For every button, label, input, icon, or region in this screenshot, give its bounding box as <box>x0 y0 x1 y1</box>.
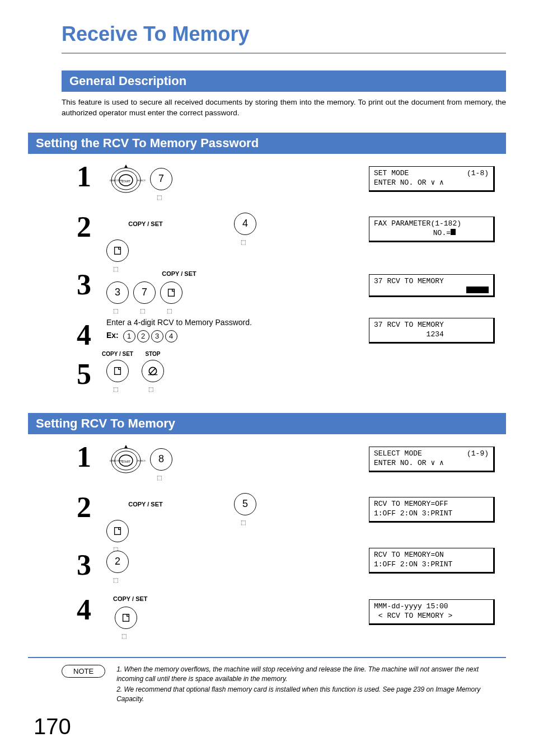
svg-rect-18 <box>115 527 121 534</box>
step-number: 1 <box>62 443 106 472</box>
note-badge: NOTE <box>62 665 105 678</box>
lcd-display: SELECT MODE(1-9) ENTER NO. OR ∨ ∧ <box>369 447 495 472</box>
ex-key-1: 1 <box>123 330 135 342</box>
password-step-5: 5 COPY / SET ⬚ STOP ⬚ <box>28 357 506 402</box>
password-step-4: 4 Enter a 4-digit RCV to Memory Password… <box>28 318 506 351</box>
ex-key-4: 4 <box>165 330 177 342</box>
step-number: 3 <box>62 551 106 580</box>
lcd-text: < RCV TO MEMORY > <box>374 612 452 621</box>
password-step-2: 2 COPY / SET 4 ⬚ ⬚ FAX PARAMETER(1-182) … <box>28 210 506 262</box>
password-step-3: 3 COPY / SET 3 ⬚ 7 ⬚ ⬚ 37 RCV TO MEMORY <box>28 267 506 312</box>
section-heading-setting: Setting RCV To Memory <box>28 413 506 434</box>
lcd-text: 1:OFF 2:ON 3:PRINT <box>374 509 452 519</box>
password-mask <box>466 287 489 293</box>
cursor-block <box>451 229 456 235</box>
copy-set-label: COPY / SET <box>113 595 274 602</box>
copy-set-label: COPY / SET <box>62 220 229 227</box>
svg-text:START: START <box>121 180 130 183</box>
press-indicator-icon: ⬚ <box>121 633 127 639</box>
title-underline <box>62 53 506 54</box>
setting-step-3: 3 2 ⬚ RCV TO MEMORY=ON 1:OFF 2:ON 3:PRIN… <box>28 548 506 587</box>
function-dial-icon: STARTDIRECTORYFUNCTION <box>106 162 146 196</box>
press-indicator-icon: ⬚ <box>113 386 118 392</box>
lcd-display: SET MODE(1-8) ENTER NO. OR ∨ ∧ <box>369 166 495 192</box>
svg-rect-8 <box>115 367 121 374</box>
key-3: 3 <box>106 281 129 304</box>
copy-set-key <box>106 240 129 262</box>
press-indicator-icon: ⬚ <box>241 519 246 525</box>
lcd-text: RCV TO MEMORY=ON <box>374 551 444 560</box>
lcd-display: FAX PARAMETER(1-182) NO.= <box>369 217 495 242</box>
lcd-text: SET MODE <box>374 169 409 179</box>
copy-set-key <box>160 281 182 304</box>
ex-key-2: 2 <box>137 330 149 342</box>
page-title: Receive To Memory <box>62 22 506 46</box>
setting-step-1: 1 STARTDIRECTORYFUNCTION 8 ⬚ SELECT MODE… <box>28 440 506 485</box>
lcd-display: 37 RCV TO MEMORY <box>369 274 495 297</box>
svg-text:DIRECTORY: DIRECTORY <box>110 459 123 462</box>
lcd-text: 37 RCV TO MEMORY <box>374 277 444 287</box>
lcd-text: 1234 <box>374 330 444 340</box>
key-8: 8 <box>150 448 172 471</box>
press-indicator-icon: ⬚ <box>241 239 246 245</box>
lcd-text: NO.= <box>407 229 451 238</box>
example-label: Ex: <box>106 331 119 340</box>
stop-label: STOP <box>145 351 160 357</box>
lcd-text: ENTER NO. OR ∨ ∧ <box>374 459 444 468</box>
press-indicator-icon: ⬚ <box>113 577 118 583</box>
svg-text:FUNCTION: FUNCTION <box>138 459 146 462</box>
press-indicator-icon: ⬚ <box>140 308 145 314</box>
lcd-display: RCV TO MEMORY=ON 1:OFF 2:ON 3:PRINT <box>369 548 495 574</box>
lcd-text: RCV TO MEMORY=OFF <box>374 500 448 509</box>
note-section: NOTE 1. When the memory overflows, the m… <box>28 657 506 706</box>
step-number: 1 <box>62 162 106 191</box>
note-item-2: 2. We recommend that optional flash memo… <box>116 685 506 704</box>
password-step-1: 1 STARTDIRECTORYFUNCTION 7 ⬚ SET MODE(1-… <box>28 159 506 204</box>
key-7: 7 <box>133 281 156 304</box>
note-item-1: 1. When the memory overflows, the machin… <box>116 665 506 684</box>
stop-key <box>142 360 164 382</box>
lcd-display: RCV TO MEMORY=OFF 1:OFF 2:ON 3:PRINT <box>369 497 495 523</box>
press-indicator-icon: ⬚ <box>157 194 162 200</box>
svg-rect-7 <box>168 289 175 296</box>
svg-text:DIRECTORY: DIRECTORY <box>110 179 123 182</box>
press-indicator-icon: ⬚ <box>148 386 153 392</box>
svg-rect-19 <box>123 614 129 621</box>
lcd-text: ENTER NO. OR ∨ ∧ <box>374 179 444 188</box>
copy-set-key <box>106 520 129 542</box>
svg-text:FUNCTION: FUNCTION <box>138 179 146 182</box>
setting-step-4: 4 COPY / SET ⬚ MMM-dd-yyyy 15:00 < RCV T… <box>28 593 506 637</box>
section-heading-password: Setting the RCV To Memory Password <box>28 133 506 154</box>
key-7: 7 <box>150 168 172 190</box>
general-description-text: This feature is used to secure all recei… <box>62 97 506 119</box>
lcd-text: MMM-dd-yyyy 15:00 <box>374 602 448 612</box>
copy-set-key <box>106 360 129 382</box>
svg-rect-6 <box>115 247 121 254</box>
function-dial-icon: STARTDIRECTORYFUNCTION <box>106 443 146 476</box>
lcd-text: (1-8) <box>467 169 489 179</box>
lcd-text: 37 RCV TO MEMORY <box>374 321 444 330</box>
lcd-text: SELECT MODE <box>374 449 422 459</box>
key-2: 2 <box>106 551 129 573</box>
svg-line-10 <box>150 368 156 374</box>
press-indicator-icon: ⬚ <box>167 308 172 314</box>
press-indicator-icon: ⬚ <box>157 475 162 481</box>
section-heading-general: General Description <box>62 71 506 92</box>
step-number: 2 <box>62 213 106 242</box>
lcd-text: FAX PARAMETER(1-182) <box>374 219 461 229</box>
step-number: 4 <box>62 595 106 624</box>
setting-step-2: 2 COPY / SET 5 ⬚ ⬚ RCV TO MEMORY=OFF 1:O… <box>28 490 506 542</box>
copy-set-key <box>115 607 137 629</box>
key-4: 4 <box>234 213 256 235</box>
press-indicator-icon: ⬚ <box>113 308 118 314</box>
lcd-display: MMM-dd-yyyy 15:00 < RCV TO MEMORY > <box>369 599 495 625</box>
lcd-text: (1-9) <box>467 449 489 459</box>
ex-key-3: 3 <box>151 330 163 342</box>
copy-set-label: COPY / SET <box>62 501 229 508</box>
key-5: 5 <box>234 493 256 515</box>
lcd-display: 37 RCV TO MEMORY 1234 <box>369 318 495 344</box>
lcd-text: 1:OFF 2:ON 3:PRINT <box>374 560 452 570</box>
step-number: 5 <box>62 360 106 389</box>
step-number: 4 <box>62 321 106 350</box>
svg-text:START: START <box>121 460 130 463</box>
